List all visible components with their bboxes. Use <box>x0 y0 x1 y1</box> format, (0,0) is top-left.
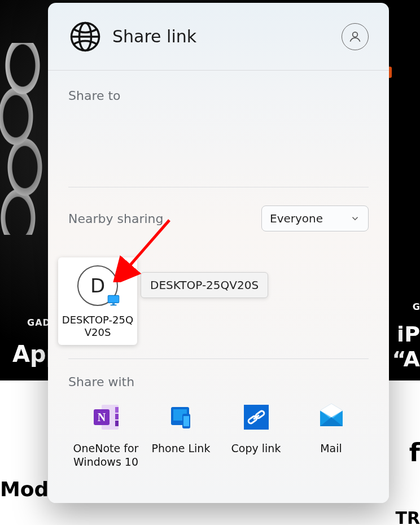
nearby-sharing-dropdown[interactable]: Everyone <box>261 205 369 231</box>
app-label: Mail <box>294 442 369 456</box>
share-dialog: Share link Share to Nearby sharing Every… <box>48 3 389 503</box>
dialog-header: Share link <box>48 3 389 71</box>
device-name: DESKTOP-25QV20S <box>62 314 134 338</box>
share-with-label: Share with <box>68 375 369 389</box>
bg-text-right-g: G <box>413 301 420 312</box>
dialog-title: Share link <box>112 27 196 46</box>
share-to-label: Share to <box>68 89 369 103</box>
nearby-sharing-label: Nearby sharing <box>68 212 163 226</box>
phone-link-icon <box>167 403 196 432</box>
app-label: Phone Link <box>143 442 218 456</box>
svg-text:N: N <box>97 411 106 423</box>
svg-rect-4 <box>108 295 119 303</box>
account-button[interactable] <box>342 23 369 50</box>
svg-rect-10 <box>115 421 119 426</box>
copy-link-icon <box>242 403 271 432</box>
app-label: OneNote for Windows 10 <box>68 442 143 469</box>
bg-text-right-a: “A <box>392 347 421 371</box>
monitor-icon <box>106 292 121 308</box>
bg-text-tr: TR <box>395 508 420 525</box>
svg-rect-5 <box>112 303 115 304</box>
chevron-down-icon <box>350 213 360 224</box>
app-onenote[interactable]: N OneNote for Windows 10 <box>68 403 143 469</box>
svg-rect-8 <box>115 407 119 413</box>
svg-rect-6 <box>111 305 117 306</box>
background-graphic <box>0 43 47 235</box>
bg-text-right-ip: iP <box>397 322 420 347</box>
share-to-area <box>68 103 369 187</box>
device-avatar: D <box>77 265 118 306</box>
device-tooltip: DESKTOP-25QV20S <box>141 272 268 298</box>
bg-text-f: f <box>409 438 420 467</box>
svg-point-3 <box>353 32 358 37</box>
bg-text-gadget: GAD <box>27 317 51 328</box>
svg-rect-16 <box>183 416 189 426</box>
mail-icon <box>317 403 346 432</box>
onenote-icon: N <box>91 403 121 432</box>
nearby-device-tile[interactable]: D DESKTOP-25QV20S <box>58 257 137 345</box>
app-label: Copy link <box>218 442 294 456</box>
device-initial: D <box>90 274 105 297</box>
share-with-apps: N OneNote for Windows 10 Phone Link <box>68 403 369 469</box>
nearby-devices-area: D DESKTOP-25QV20S DESKTOP-25QV20S <box>68 231 369 359</box>
dropdown-value: Everyone <box>270 212 323 225</box>
svg-rect-9 <box>115 414 119 419</box>
app-copy-link[interactable]: Copy link <box>218 403 294 469</box>
app-phone-link[interactable]: Phone Link <box>143 403 218 469</box>
app-mail[interactable]: Mail <box>294 403 369 469</box>
person-icon <box>348 29 362 44</box>
nearby-sharing-row: Nearby sharing Everyone <box>68 205 369 231</box>
globe-icon <box>68 20 102 54</box>
